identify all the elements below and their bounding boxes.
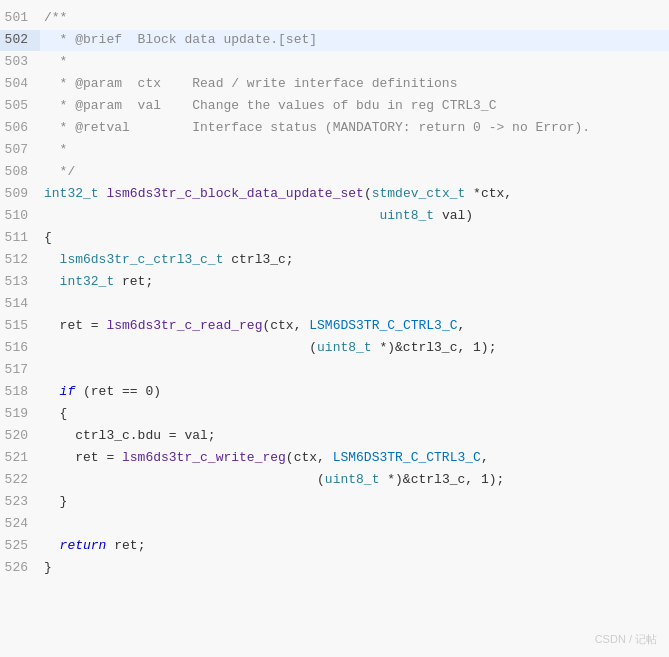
- line-number: 503: [0, 52, 40, 73]
- line-number: 512: [0, 250, 40, 271]
- code-line: 505 * @param val Change the values of bd…: [0, 96, 669, 118]
- line-number: 505: [0, 96, 40, 117]
- line-number: 514: [0, 294, 40, 315]
- watermark: CSDN / 记帖: [595, 631, 657, 649]
- line-content: [40, 294, 669, 315]
- code-line: 503 *: [0, 52, 669, 74]
- code-line: 525 return ret;: [0, 536, 669, 558]
- line-number: 519: [0, 404, 40, 425]
- line-content: {: [40, 228, 669, 249]
- code-line: 508 */: [0, 162, 669, 184]
- line-content: [40, 514, 669, 535]
- line-number: 517: [0, 360, 40, 381]
- line-number: 510: [0, 206, 40, 227]
- line-content: (uint8_t *)&ctrl3_c, 1);: [40, 338, 669, 359]
- code-line: 523 }: [0, 492, 669, 514]
- line-number: 521: [0, 448, 40, 469]
- line-number: 518: [0, 382, 40, 403]
- line-number: 508: [0, 162, 40, 183]
- line-content: *: [40, 52, 669, 73]
- line-number: 501: [0, 8, 40, 29]
- code-line: 513 int32_t ret;: [0, 272, 669, 294]
- code-line: 509int32_t lsm6ds3tr_c_block_data_update…: [0, 184, 669, 206]
- line-content: lsm6ds3tr_c_ctrl3_c_t ctrl3_c;: [40, 250, 669, 271]
- line-number: 507: [0, 140, 40, 161]
- line-number: 525: [0, 536, 40, 557]
- line-content: return ret;: [40, 536, 669, 557]
- code-line: 501/**: [0, 8, 669, 30]
- code-line: 521 ret = lsm6ds3tr_c_write_reg(ctx, LSM…: [0, 448, 669, 470]
- line-content: * @brief Block data update.[set]: [40, 30, 669, 51]
- line-number: 516: [0, 338, 40, 359]
- line-content: ret = lsm6ds3tr_c_read_reg(ctx, LSM6DS3T…: [40, 316, 669, 337]
- line-content: ctrl3_c.bdu = val;: [40, 426, 669, 447]
- code-line: 524: [0, 514, 669, 536]
- code-line: 510 uint8_t val): [0, 206, 669, 228]
- line-number: 511: [0, 228, 40, 249]
- line-number: 524: [0, 514, 40, 535]
- line-number: 506: [0, 118, 40, 139]
- code-line: 507 *: [0, 140, 669, 162]
- line-content: {: [40, 404, 669, 425]
- code-line: 504 * @param ctx Read / write interface …: [0, 74, 669, 96]
- code-line: 506 * @retval Interface status (MANDATOR…: [0, 118, 669, 140]
- line-content: uint8_t val): [40, 206, 669, 227]
- line-content: ret = lsm6ds3tr_c_write_reg(ctx, LSM6DS3…: [40, 448, 669, 469]
- code-line: 517: [0, 360, 669, 382]
- line-content: * @param val Change the values of bdu in…: [40, 96, 669, 117]
- line-content: * @param ctx Read / write interface defi…: [40, 74, 669, 95]
- line-number: 513: [0, 272, 40, 293]
- line-content: /**: [40, 8, 669, 29]
- code-line: 519 {: [0, 404, 669, 426]
- line-content: }: [40, 558, 669, 579]
- code-line: 522 (uint8_t *)&ctrl3_c, 1);: [0, 470, 669, 492]
- code-line: 514: [0, 294, 669, 316]
- line-number: 504: [0, 74, 40, 95]
- line-number: 523: [0, 492, 40, 513]
- line-content: (uint8_t *)&ctrl3_c, 1);: [40, 470, 669, 491]
- line-number: 520: [0, 426, 40, 447]
- code-line: 516 (uint8_t *)&ctrl3_c, 1);: [0, 338, 669, 360]
- line-content: int32_t lsm6ds3tr_c_block_data_update_se…: [40, 184, 669, 205]
- line-content: *: [40, 140, 669, 161]
- line-content: }: [40, 492, 669, 513]
- code-viewer: 501/**502 * @brief Block data update.[se…: [0, 0, 669, 657]
- line-content: */: [40, 162, 669, 183]
- code-line: 520 ctrl3_c.bdu = val;: [0, 426, 669, 448]
- line-content: * @retval Interface status (MANDATORY: r…: [40, 118, 669, 139]
- code-line: 518 if (ret == 0): [0, 382, 669, 404]
- line-number: 522: [0, 470, 40, 491]
- line-number: 502: [0, 30, 40, 51]
- line-content: [40, 360, 669, 381]
- line-content: if (ret == 0): [40, 382, 669, 403]
- code-line: 526}: [0, 558, 669, 580]
- line-content: int32_t ret;: [40, 272, 669, 293]
- code-line: 512 lsm6ds3tr_c_ctrl3_c_t ctrl3_c;: [0, 250, 669, 272]
- code-line: 515 ret = lsm6ds3tr_c_read_reg(ctx, LSM6…: [0, 316, 669, 338]
- code-line: 502 * @brief Block data update.[set]: [0, 30, 669, 52]
- line-number: 509: [0, 184, 40, 205]
- code-line: 511{: [0, 228, 669, 250]
- line-number: 526: [0, 558, 40, 579]
- line-number: 515: [0, 316, 40, 337]
